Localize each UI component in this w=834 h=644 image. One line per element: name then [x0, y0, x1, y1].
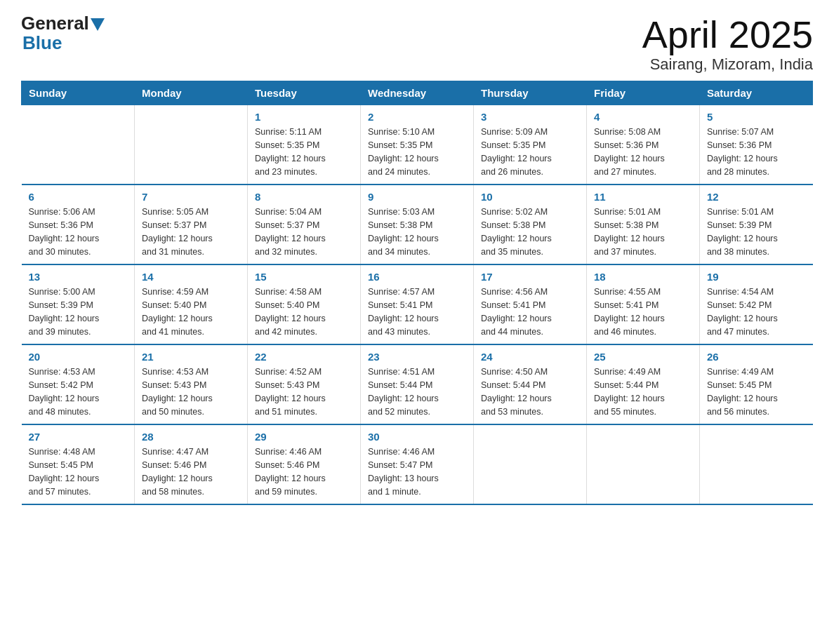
day-number: 29: [255, 431, 353, 443]
header-cell-sunday: Sunday: [22, 81, 135, 105]
day-number: 8: [255, 191, 353, 203]
day-cell: 17Sunrise: 4:56 AMSunset: 5:41 PMDayligh…: [474, 264, 587, 344]
day-number: 4: [594, 111, 692, 123]
day-info: Sunrise: 5:00 AMSunset: 5:39 PMDaylight:…: [29, 286, 128, 338]
header-cell-thursday: Thursday: [474, 81, 587, 105]
day-number: 16: [368, 271, 466, 283]
header-row: SundayMondayTuesdayWednesdayThursdayFrid…: [22, 81, 813, 105]
page-header: General Blue April 2025 Sairang, Mizoram…: [21, 14, 813, 74]
day-info: Sunrise: 4:54 AMSunset: 5:42 PMDaylight:…: [707, 286, 806, 338]
day-cell: 15Sunrise: 4:58 AMSunset: 5:40 PMDayligh…: [248, 264, 361, 344]
header-cell-wednesday: Wednesday: [361, 81, 474, 105]
day-info: Sunrise: 4:59 AMSunset: 5:40 PMDaylight:…: [142, 286, 240, 338]
day-number: 28: [142, 431, 240, 443]
logo-general: General: [21, 14, 89, 32]
day-info: Sunrise: 5:11 AMSunset: 5:35 PMDaylight:…: [255, 126, 353, 178]
page-title: April 2025: [642, 14, 813, 55]
day-number: 3: [481, 111, 579, 123]
day-number: 5: [707, 111, 806, 123]
day-info: Sunrise: 5:02 AMSunset: 5:38 PMDaylight:…: [481, 206, 579, 258]
day-number: 11: [594, 191, 692, 203]
day-info: Sunrise: 5:05 AMSunset: 5:37 PMDaylight:…: [142, 206, 240, 258]
day-cell: 10Sunrise: 5:02 AMSunset: 5:38 PMDayligh…: [474, 185, 587, 264]
day-cell: 23Sunrise: 4:51 AMSunset: 5:44 PMDayligh…: [361, 344, 474, 424]
week-row-1: 1Sunrise: 5:11 AMSunset: 5:35 PMDaylight…: [22, 105, 813, 185]
day-number: 17: [481, 271, 579, 283]
day-cell: 2Sunrise: 5:10 AMSunset: 5:35 PMDaylight…: [361, 105, 474, 185]
day-info: Sunrise: 4:49 AMSunset: 5:45 PMDaylight:…: [707, 365, 806, 418]
day-info: Sunrise: 4:53 AMSunset: 5:42 PMDaylight:…: [29, 365, 128, 418]
day-cell: [474, 424, 587, 504]
calendar-table: SundayMondayTuesdayWednesdayThursdayFrid…: [21, 81, 813, 505]
day-number: 26: [707, 351, 806, 363]
day-info: Sunrise: 5:07 AMSunset: 5:36 PMDaylight:…: [707, 126, 806, 178]
day-cell: 5Sunrise: 5:07 AMSunset: 5:36 PMDaylight…: [700, 105, 813, 185]
day-cell: [700, 424, 813, 504]
day-info: Sunrise: 4:46 AMSunset: 5:47 PMDaylight:…: [368, 445, 466, 498]
week-row-3: 13Sunrise: 5:00 AMSunset: 5:39 PMDayligh…: [22, 264, 813, 344]
day-cell: 20Sunrise: 4:53 AMSunset: 5:42 PMDayligh…: [22, 344, 135, 424]
day-cell: 12Sunrise: 5:01 AMSunset: 5:39 PMDayligh…: [700, 185, 813, 264]
day-cell: 21Sunrise: 4:53 AMSunset: 5:43 PMDayligh…: [135, 344, 248, 424]
day-cell: 25Sunrise: 4:49 AMSunset: 5:44 PMDayligh…: [587, 344, 700, 424]
header-cell-saturday: Saturday: [700, 81, 813, 105]
day-cell: 24Sunrise: 4:50 AMSunset: 5:44 PMDayligh…: [474, 344, 587, 424]
day-cell: [22, 105, 135, 185]
day-info: Sunrise: 5:10 AMSunset: 5:35 PMDaylight:…: [368, 126, 466, 178]
day-info: Sunrise: 4:53 AMSunset: 5:43 PMDaylight:…: [142, 365, 240, 418]
page-subtitle: Sairang, Mizoram, India: [642, 55, 813, 74]
day-cell: 27Sunrise: 4:48 AMSunset: 5:45 PMDayligh…: [22, 424, 135, 504]
day-info: Sunrise: 4:56 AMSunset: 5:41 PMDaylight:…: [481, 286, 579, 338]
day-number: 7: [142, 191, 240, 203]
day-cell: 7Sunrise: 5:05 AMSunset: 5:37 PMDaylight…: [135, 185, 248, 264]
day-cell: 11Sunrise: 5:01 AMSunset: 5:38 PMDayligh…: [587, 185, 700, 264]
day-info: Sunrise: 5:01 AMSunset: 5:39 PMDaylight:…: [707, 206, 806, 258]
day-info: Sunrise: 4:47 AMSunset: 5:46 PMDaylight:…: [142, 445, 240, 498]
day-cell: 30Sunrise: 4:46 AMSunset: 5:47 PMDayligh…: [361, 424, 474, 504]
day-cell: 6Sunrise: 5:06 AMSunset: 5:36 PMDaylight…: [22, 185, 135, 264]
day-cell: [135, 105, 248, 185]
day-info: Sunrise: 5:01 AMSunset: 5:38 PMDaylight:…: [594, 206, 692, 258]
day-cell: 28Sunrise: 4:47 AMSunset: 5:46 PMDayligh…: [135, 424, 248, 504]
header-cell-monday: Monday: [135, 81, 248, 105]
day-info: Sunrise: 5:04 AMSunset: 5:37 PMDaylight:…: [255, 206, 353, 258]
day-info: Sunrise: 4:49 AMSunset: 5:44 PMDaylight:…: [594, 365, 692, 418]
day-cell: [587, 424, 700, 504]
day-cell: 4Sunrise: 5:08 AMSunset: 5:36 PMDaylight…: [587, 105, 700, 185]
day-cell: 29Sunrise: 4:46 AMSunset: 5:46 PMDayligh…: [248, 424, 361, 504]
day-info: Sunrise: 4:51 AMSunset: 5:44 PMDaylight:…: [368, 365, 466, 418]
day-number: 1: [255, 111, 353, 123]
week-row-5: 27Sunrise: 4:48 AMSunset: 5:45 PMDayligh…: [22, 424, 813, 504]
day-number: 2: [368, 111, 466, 123]
day-info: Sunrise: 5:08 AMSunset: 5:36 PMDaylight:…: [594, 126, 692, 178]
day-number: 30: [368, 431, 466, 443]
day-info: Sunrise: 5:03 AMSunset: 5:38 PMDaylight:…: [368, 206, 466, 258]
day-info: Sunrise: 4:57 AMSunset: 5:41 PMDaylight:…: [368, 286, 466, 338]
day-cell: 9Sunrise: 5:03 AMSunset: 5:38 PMDaylight…: [361, 185, 474, 264]
day-number: 6: [29, 191, 128, 203]
logo-triangle-icon: [91, 18, 105, 31]
day-cell: 14Sunrise: 4:59 AMSunset: 5:40 PMDayligh…: [135, 264, 248, 344]
day-number: 10: [481, 191, 579, 203]
logo-blue: Blue: [21, 32, 62, 54]
day-number: 15: [255, 271, 353, 283]
day-cell: 26Sunrise: 4:49 AMSunset: 5:45 PMDayligh…: [700, 344, 813, 424]
week-row-2: 6Sunrise: 5:06 AMSunset: 5:36 PMDaylight…: [22, 185, 813, 264]
day-info: Sunrise: 5:06 AMSunset: 5:36 PMDaylight:…: [29, 206, 128, 258]
day-info: Sunrise: 4:50 AMSunset: 5:44 PMDaylight:…: [481, 365, 579, 418]
day-number: 25: [594, 351, 692, 363]
day-number: 13: [29, 271, 128, 283]
logo: General Blue: [21, 14, 105, 54]
day-number: 14: [142, 271, 240, 283]
day-number: 18: [594, 271, 692, 283]
day-info: Sunrise: 4:46 AMSunset: 5:46 PMDaylight:…: [255, 445, 353, 498]
day-info: Sunrise: 4:55 AMSunset: 5:41 PMDaylight:…: [594, 286, 692, 338]
week-row-4: 20Sunrise: 4:53 AMSunset: 5:42 PMDayligh…: [22, 344, 813, 424]
day-number: 22: [255, 351, 353, 363]
logo-text: General: [21, 14, 105, 32]
calendar-header: SundayMondayTuesdayWednesdayThursdayFrid…: [22, 81, 813, 105]
header-cell-tuesday: Tuesday: [248, 81, 361, 105]
day-cell: 22Sunrise: 4:52 AMSunset: 5:43 PMDayligh…: [248, 344, 361, 424]
day-number: 19: [707, 271, 806, 283]
day-cell: 3Sunrise: 5:09 AMSunset: 5:35 PMDaylight…: [474, 105, 587, 185]
